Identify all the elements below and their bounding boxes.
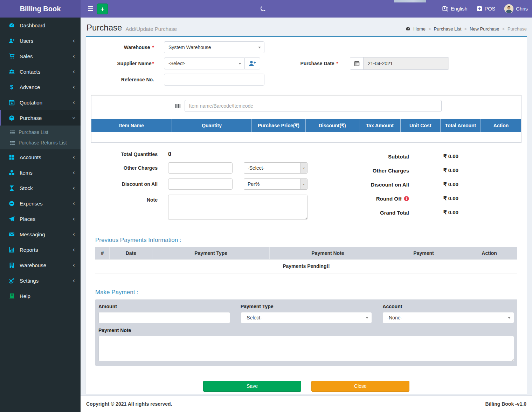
other-charges-label: Other Charges (91, 165, 158, 171)
breadcrumb-item-new-purchase[interactable]: New Purchase (470, 26, 499, 32)
payment-type-select-value: -Select- (245, 315, 262, 320)
reference-input[interactable] (164, 74, 264, 86)
items-column-action: Action (481, 119, 521, 132)
sidebar-item-stock[interactable]: Stock‹ (0, 180, 81, 196)
make-payment-fields: Amount Payment Type -Select- Account (98, 304, 514, 323)
user-menu[interactable]: Chris (504, 4, 528, 13)
quick-add-button[interactable]: + (97, 4, 108, 14)
version-text: Billing Book -v1.0 (485, 401, 526, 407)
supplier-select[interactable]: -Select- (164, 58, 245, 69)
breadcrumb-item-home[interactable]: Home (413, 26, 426, 32)
sidebar-item-items[interactable]: Items‹ (0, 165, 81, 180)
sidebar-item-help[interactable]: Help (0, 288, 81, 304)
bar-chart-icon (9, 247, 15, 253)
payments-column-date: Date (110, 247, 152, 259)
content-header: Purchase Add/Update Purchase Home>Purcha… (81, 18, 532, 36)
user-plus-icon (9, 38, 15, 44)
sidebar-item-sales[interactable]: Sales‹ (0, 48, 81, 64)
breadcrumb-separator: > (464, 26, 467, 32)
dollar-icon: $ (9, 84, 15, 90)
totals-left: Total Quantities 0 Other Charges -Select… (91, 151, 317, 225)
loading-spinner-icon (261, 6, 266, 11)
sidebar-item-quotation[interactable]: Quotation‹ (0, 95, 81, 110)
sidebar-subitem-label: Purchase List (19, 129, 48, 135)
page-title: Purchase (87, 23, 122, 33)
sidebar-item-warehouse[interactable]: Warehouse‹ (0, 257, 81, 273)
sidebar-toggle-button[interactable] (84, 0, 97, 18)
other-charges-input[interactable] (168, 162, 233, 174)
item-search-input[interactable] (185, 100, 442, 112)
sidebar-item-label: Purchase (20, 115, 72, 121)
payments-column-payment: Payment (386, 247, 461, 259)
chevron-down-icon: ‹ (71, 117, 77, 119)
note-row: Note (91, 195, 317, 220)
render-artifact (394, 0, 426, 2)
svg-text:$: $ (10, 84, 13, 90)
items-column-tax-amount: Tax Amount (359, 119, 400, 132)
breadcrumb-item-purchase: Purchase (507, 26, 527, 32)
payment-note-textarea[interactable] (98, 336, 514, 361)
sidebar: DashboardUsers‹Sales‹Contacts‹$Advance‹Q… (0, 18, 81, 412)
sidebar-item-messaging[interactable]: Messaging‹ (0, 227, 81, 242)
add-supplier-button[interactable] (245, 58, 260, 69)
sidebar-item-places[interactable]: Places‹ (0, 211, 81, 227)
pos-menu[interactable]: POS (477, 6, 496, 12)
sidebar-item-users[interactable]: Users‹ (0, 33, 81, 48)
amount-input[interactable] (98, 312, 230, 323)
pos-plus-icon (477, 6, 482, 12)
sidebar-item-label: Items (20, 170, 72, 176)
sidebar-subitem-purchase-returns-list[interactable]: Purchase Returns List (0, 137, 81, 148)
payment-type-select[interactable]: -Select- (241, 312, 372, 323)
sidebar-item-purchase[interactable]: Purchase‹ (0, 110, 81, 126)
reference-label: Reference No. (91, 77, 154, 82)
chevron-down-icon: ‹ (300, 163, 307, 173)
warehouse-select[interactable]: System Warehouse (164, 41, 264, 53)
supplier-row: Supplier Name* -Select- Purchase Date * (86, 58, 527, 69)
top-navbar: Billing Book + English POS Chris (0, 0, 532, 18)
purchase-header-form: Warehouse * System Warehouse Supplier Na… (86, 37, 527, 86)
chevron-down-icon (239, 63, 241, 65)
billing-book-app: Billing Book + English POS Chris Dashboa… (0, 0, 532, 412)
save-button[interactable]: Save (203, 381, 301, 392)
discount-type-select[interactable]: Per% ‹ (244, 178, 308, 190)
sidebar-item-label: Stock (20, 185, 72, 191)
chevron-left-icon: ‹ (72, 201, 75, 207)
language-menu[interactable]: English (442, 6, 468, 12)
sidebar-subitem-purchase-list[interactable]: Purchase List (0, 127, 81, 137)
account-select[interactable]: -None- (382, 312, 514, 323)
calendar-plus-icon (9, 100, 15, 106)
amount-label: Amount (98, 304, 230, 309)
account-label: Account (382, 304, 514, 309)
total-quantities-value: 0 (168, 151, 171, 157)
sidebar-item-settings[interactable]: Settings‹ (0, 273, 81, 288)
sidebar-item-dashboard[interactable]: Dashboard (0, 18, 81, 33)
calendar-icon[interactable] (350, 58, 364, 69)
user-avatar (504, 4, 513, 13)
close-button[interactable]: Close (311, 381, 409, 392)
chevron-left-icon: ‹ (72, 84, 75, 90)
app-logo[interactable]: Billing Book (0, 0, 81, 18)
sidebar-item-contacts[interactable]: Contacts‹ (0, 64, 81, 79)
note-textarea[interactable] (168, 195, 308, 220)
amount-summary: Subtotal₹ 0.00Other Charges₹ 0.00Discoun… (318, 151, 477, 225)
discount-on-all-input[interactable] (168, 178, 233, 190)
cube-icon (9, 115, 15, 121)
items-column-item-name: Item Name (91, 119, 172, 132)
sidebar-item-accounts[interactable]: Accounts‹ (0, 149, 81, 165)
language-label: English (451, 6, 468, 12)
sidebar-item-expenses[interactable]: Expenses‹ (0, 196, 81, 211)
payment-type-field-group: Payment Type -Select- (241, 304, 372, 323)
other-charges-select[interactable]: -Select- ‹ (244, 162, 308, 174)
building-icon (9, 262, 15, 268)
payments-column-payment-type: Payment Type (152, 247, 270, 259)
sidebar-item-advance[interactable]: $Advance‹ (0, 79, 81, 95)
breadcrumb-separator: > (428, 26, 431, 32)
sidebar-item-reports[interactable]: Reports‹ (0, 242, 81, 257)
chevron-left-icon: ‹ (72, 216, 75, 222)
note-label: Note (91, 195, 158, 203)
breadcrumb: Home>Purchase List>New Purchase>Purchase (406, 24, 527, 32)
purchase-date-input[interactable] (364, 58, 449, 69)
cart-icon (9, 53, 15, 59)
breadcrumb-item-purchase-list[interactable]: Purchase List (434, 26, 462, 32)
round-off-info-icon[interactable] (404, 196, 409, 201)
